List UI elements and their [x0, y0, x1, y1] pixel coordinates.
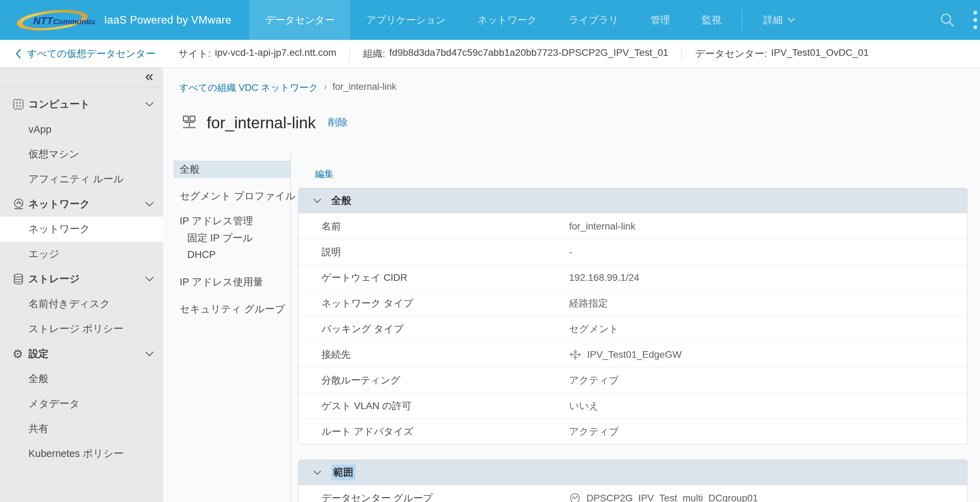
row-value: 192.168.99.1/24 [569, 272, 639, 283]
tab-administration[interactable]: 管理 [635, 0, 686, 40]
sidebar-item-kubernetes-policies[interactable]: Kubernetes ポリシー [0, 441, 163, 466]
chevron-down-icon [145, 202, 154, 207]
nav-divider [742, 10, 743, 30]
section-header-general[interactable]: 全般 [299, 188, 967, 213]
row-label: 接続先 [299, 348, 569, 361]
edge-gateway-icon [569, 349, 582, 360]
page-title: for_internal-link [207, 113, 315, 132]
row-label: ルート アドバタイズ [299, 425, 569, 438]
tab-library[interactable]: ライブラリ [553, 0, 634, 40]
row-label: データセンター グループ [299, 492, 569, 502]
brand-title: IaaS Powered by VMware [104, 0, 231, 40]
detail-row-connection: 接続先 IPV_Test01_EdgeGW [299, 342, 967, 367]
sidebar-item-vapp[interactable]: vApp [0, 117, 163, 142]
primary-nav: データセンター アプリケーション ネットワーク ライブラリ 管理 監視 詳細 [249, 0, 811, 40]
sidebar-item-storage-policies[interactable]: ストレージ ポリシー [0, 316, 163, 342]
row-label: ネットワーク タイプ [299, 297, 569, 310]
chevron-down-icon [788, 17, 795, 22]
row-value: アクティブ [569, 425, 619, 438]
edit-button[interactable]: 編集 [315, 168, 334, 180]
delete-button[interactable]: 削除 [328, 116, 347, 129]
sidebar-item-general[interactable]: 全般 [0, 367, 163, 391]
sidebar-item-networks[interactable]: ネットワーク [0, 217, 163, 241]
row-value: 経路指定 [569, 297, 608, 310]
sidebar-nav: コンピュート vApp 仮想マシン アフィニティ ルール ネットワーク [0, 87, 163, 466]
logo-text-ntt: NTT [33, 15, 54, 26]
chevron-down-icon [145, 351, 154, 357]
sidebar-item-affinity-rules[interactable]: アフィニティ ルール [0, 167, 163, 192]
detail-row-distributed-routing: 分散ルーティング アクティブ [299, 367, 967, 393]
row-label: バッキング タイプ [299, 322, 569, 335]
tab-segment-profiles[interactable]: セグメント プロファイル [173, 187, 290, 205]
tab-dhcp[interactable]: DHCP [173, 246, 290, 263]
detail-row-backing-type: バッキング タイプ セグメント [299, 316, 967, 342]
tab-security-groups[interactable]: セキュリティ グループ [173, 300, 290, 318]
sidebar-section-networking[interactable]: ネットワーク [0, 192, 163, 217]
collapse-sidebar-icon[interactable]: « [145, 69, 153, 84]
network-icon [13, 198, 25, 210]
org-info: 組織: fd9b8d3da7bd47c59c7abb1a20bb7723-DPS… [363, 47, 668, 60]
context-bar: すべての仮想データセンター サイト: ipv-vcd-1-api-jp7.ecl… [0, 40, 980, 68]
row-value: DPSCP2G_IPV_Test_multi_DCgroup01 [569, 492, 758, 502]
tab-datacenter[interactable]: データセンター [249, 0, 350, 40]
nav-actions [939, 0, 980, 40]
detail-row-description: 説明 - [299, 239, 967, 265]
row-label: 説明 [299, 245, 569, 259]
sidebar: « コンピュート vApp 仮想マシン アフィニティ ルール [0, 68, 163, 502]
detail-row-guest-vlan: ゲスト VLAN の許可 いいえ [299, 393, 967, 418]
main-content: すべての組織 VDC ネットワーク › for_internal-link fo… [163, 68, 980, 502]
row-value: - [569, 246, 572, 257]
row-value: セグメント [569, 322, 619, 335]
tab-static-ip-pools[interactable]: 固定 IP プール [173, 229, 290, 246]
tab-more[interactable]: 詳細 [747, 0, 811, 40]
section-header-scope[interactable]: 範囲 [299, 460, 967, 485]
chevron-down-icon [313, 198, 321, 203]
breadcrumb-link-networks[interactable]: すべての組織 VDC ネットワーク [179, 81, 318, 94]
sidebar-section-settings[interactable]: ⚙ 設定 [0, 342, 163, 367]
top-nav: NTT Communications IaaS Powered by VMwar… [0, 0, 980, 40]
gear-icon: ⚙ [13, 348, 23, 360]
row-label: ゲスト VLAN の許可 [299, 399, 569, 413]
row-label: 名前 [299, 220, 569, 233]
chevron-down-icon [145, 276, 154, 282]
search-icon[interactable] [939, 12, 955, 28]
logo-text-communications: Communications [53, 17, 95, 26]
title-row: for_internal-link 削除 [181, 113, 347, 132]
sidebar-item-sharing[interactable]: 共有 [0, 416, 163, 441]
sidebar-item-virtual-machines[interactable]: 仮想マシン [0, 142, 163, 167]
context-divider [350, 47, 350, 60]
vcloud-director-page: NTT Communications IaaS Powered by VMwar… [0, 0, 980, 502]
kebab-menu-icon[interactable] [974, 11, 977, 29]
tab-ip-usage[interactable]: IP アドレス使用量 [173, 273, 290, 291]
tab-applications[interactable]: アプリケーション [350, 0, 461, 40]
tab-monitor[interactable]: 監視 [686, 0, 737, 40]
sidebar-collapse-row: « [0, 68, 163, 87]
tab-general[interactable]: 全般 [173, 160, 290, 178]
chevron-down-icon [313, 470, 321, 475]
detail-row-datacenter-group: データセンター グループ DPSCP2G_IPV_Test_multi_DCgr… [299, 485, 967, 502]
row-value: アクティブ [569, 374, 619, 387]
context-divider [681, 47, 682, 60]
row-value: いいえ [569, 399, 599, 413]
breadcrumb: すべての組織 VDC ネットワーク › for_internal-link [179, 81, 396, 94]
tab-ip-management[interactable]: IP アドレス管理 [173, 212, 290, 229]
sidebar-section-storage[interactable]: ストレージ [0, 267, 163, 292]
detail-row-route-advertise: ルート アドバタイズ アクティブ [299, 418, 967, 444]
compute-icon [13, 98, 24, 110]
network-segment-icon [181, 114, 198, 130]
back-to-all-vdc-link[interactable]: すべての仮想データセンター [15, 47, 155, 60]
sidebar-section-compute[interactable]: コンピュート [0, 92, 163, 117]
row-label: ゲートウェイ CIDR [299, 271, 569, 284]
breadcrumb-separator: › [324, 81, 327, 94]
ntt-communications-logo[interactable]: NTT Communications [13, 6, 95, 34]
storage-icon [13, 273, 24, 285]
tab-network[interactable]: ネットワーク [461, 0, 553, 40]
sidebar-item-edges[interactable]: エッジ [0, 241, 163, 267]
detail-row-network-type: ネットワーク タイプ 経路指定 [299, 290, 967, 316]
datacenter-info: データセンター: IPV_Test01_OvDC_01 [695, 47, 869, 60]
row-label: 分散ルーティング [299, 374, 569, 387]
chevron-down-icon [145, 102, 154, 107]
sidebar-item-named-disks[interactable]: 名前付きディスク [0, 292, 163, 316]
detail-panel: 編集 全般 名前 for_internal-link 説明 - [298, 156, 967, 502]
sidebar-item-metadata[interactable]: メタデータ [0, 391, 163, 416]
